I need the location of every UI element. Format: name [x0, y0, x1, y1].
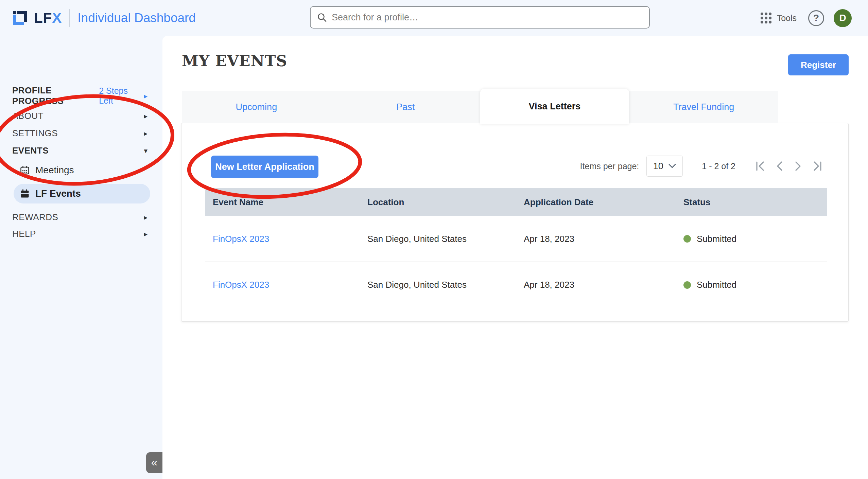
- profile-progress-label: PROFILE PROGRESS: [12, 85, 99, 106]
- sidebar-item-events[interactable]: EVENTS ▾: [12, 143, 147, 158]
- app-title: Individual Dashboard: [77, 11, 196, 25]
- status-dot-icon: [683, 235, 691, 243]
- row-status: Submitted: [676, 234, 827, 244]
- tab-past[interactable]: Past: [331, 91, 480, 123]
- items-per-page-label: Items per page:: [580, 161, 639, 171]
- grid-icon: [759, 11, 773, 25]
- search-input[interactable]: [332, 12, 643, 23]
- lfx-logo[interactable]: LFX Individual Dashboard: [12, 0, 196, 36]
- visa-letters-card: New Letter Application Items per page: 1…: [181, 123, 849, 322]
- pager-buttons: [755, 161, 822, 172]
- chevron-right-icon: ▸: [144, 214, 147, 221]
- pagination-controls: Items per page: 10 1 - 2 of 2: [580, 154, 822, 178]
- tools-label: Tools: [777, 13, 797, 23]
- sidebar-item-lf-events[interactable]: LF Events: [14, 184, 150, 203]
- status-dot-icon: [683, 281, 691, 289]
- chevron-down-icon: [668, 163, 676, 169]
- row-date: Apr 18, 2023: [516, 234, 676, 244]
- page-range-label: 1 - 2 of 2: [702, 161, 735, 171]
- table-row: FinOpsX 2023 San Diego, United States Ap…: [205, 216, 827, 262]
- row-location: San Diego, United States: [360, 234, 516, 244]
- tab-upcoming[interactable]: Upcoming: [182, 91, 331, 123]
- main-panel: MY EVENTS Register Upcoming Past Visa Le…: [162, 36, 868, 479]
- page-size-select[interactable]: 10: [646, 156, 683, 177]
- col-header-location: Location: [360, 197, 516, 208]
- status-label: Submitted: [697, 280, 736, 290]
- tools-button[interactable]: Tools: [759, 11, 797, 25]
- chevron-right-icon: ▸: [144, 230, 147, 237]
- calendar-icon: [20, 165, 30, 175]
- col-header-event-name: Event Name: [205, 197, 360, 208]
- event-link[interactable]: FinOpsX 2023: [213, 234, 269, 244]
- row-date: Apr 18, 2023: [516, 280, 676, 290]
- prev-page-button[interactable]: [776, 161, 784, 172]
- sidebar-item-rewards[interactable]: REWARDS ▸: [12, 210, 147, 225]
- search-icon: [317, 12, 327, 22]
- sidebar-item-meetings[interactable]: Meetings: [20, 162, 147, 178]
- avatar[interactable]: D: [834, 9, 852, 27]
- row-status: Submitted: [676, 280, 827, 290]
- sidebar-item-settings[interactable]: SETTINGS ▸: [12, 126, 147, 141]
- lfx-logo-text: LFX: [34, 11, 62, 25]
- next-page-button[interactable]: [794, 161, 802, 172]
- sidebar-item-help[interactable]: HELP ▸: [12, 226, 147, 241]
- chevron-right-icon: ▸: [144, 92, 147, 100]
- page-title: MY EVENTS: [182, 52, 287, 70]
- tab-visa-letters[interactable]: Visa Letters: [480, 89, 629, 124]
- top-header: LFX Individual Dashboard Tools ? D: [0, 0, 868, 36]
- chevron-right-icon: ▸: [144, 112, 147, 120]
- lfx-logo-icon: [12, 10, 28, 26]
- help-icon[interactable]: ?: [808, 10, 824, 26]
- table-row: FinOpsX 2023 San Diego, United States Ap…: [205, 262, 827, 308]
- col-header-status: Status: [676, 197, 827, 208]
- steps-left-link[interactable]: 2 Steps Left ▸: [99, 86, 147, 106]
- profile-search[interactable]: [310, 6, 650, 29]
- visa-letters-table: Event Name Location Application Date Sta…: [205, 188, 827, 308]
- chevron-down-icon: ▾: [144, 147, 147, 154]
- last-page-button[interactable]: [812, 161, 822, 172]
- first-page-button[interactable]: [755, 161, 765, 172]
- status-label: Submitted: [697, 234, 736, 244]
- new-letter-application-button[interactable]: New Letter Application: [211, 156, 318, 178]
- register-button[interactable]: Register: [788, 54, 849, 75]
- sidebar-item-about[interactable]: ABOUT ▸: [12, 108, 147, 123]
- col-header-application-date: Application Date: [516, 197, 676, 208]
- tab-travel-funding[interactable]: Travel Funding: [629, 91, 778, 123]
- table-header-row: Event Name Location Application Date Sta…: [205, 188, 827, 216]
- event-link[interactable]: FinOpsX 2023: [213, 280, 269, 290]
- calendar-filled-icon: [20, 189, 30, 199]
- header-divider: [69, 9, 70, 27]
- sidebar-collapse-button[interactable]: «: [146, 452, 162, 473]
- chevron-right-icon: ▸: [144, 130, 147, 137]
- sidebar: PROFILE PROGRESS 2 Steps Left ▸ ABOUT ▸ …: [0, 36, 162, 479]
- header-actions: Tools ? D: [759, 0, 852, 36]
- double-chevron-left-icon: «: [151, 456, 158, 469]
- row-location: San Diego, United States: [360, 280, 516, 290]
- sidebar-profile-progress: PROFILE PROGRESS 2 Steps Left ▸: [12, 88, 147, 103]
- events-tabbar: Upcoming Past Visa Letters Travel Fundin…: [182, 91, 778, 123]
